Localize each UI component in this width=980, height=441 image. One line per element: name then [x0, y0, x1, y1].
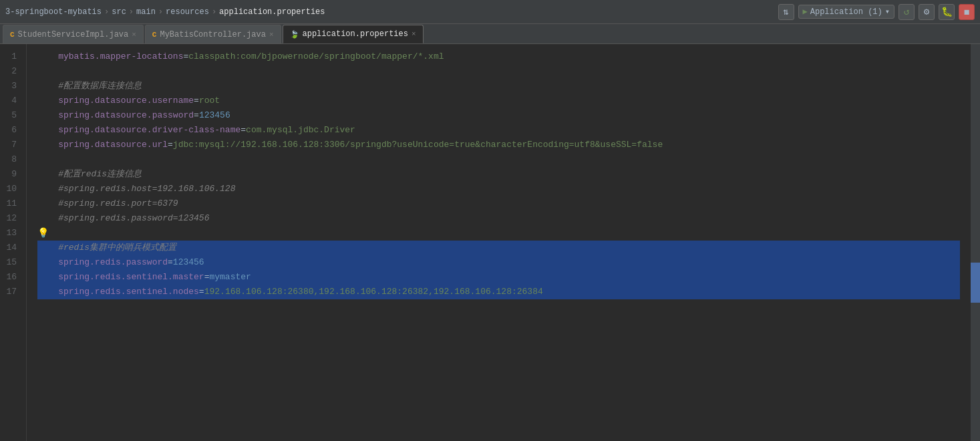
code-token: spring.datasource.url: [58, 138, 168, 152]
run-config-dropdown[interactable]: ▶ Application (1) ▾: [798, 5, 895, 19]
line-number-3: 3: [0, 79, 21, 94]
tab-close-1[interactable]: ×: [132, 31, 136, 39]
tab-mybatis-controller[interactable]: C MyBatisController.java ×: [145, 25, 281, 43]
code-token: spring.redis.sentinel.master: [58, 270, 204, 285]
breadcrumb-sep-3: ›: [158, 7, 163, 17]
scrollbar-selection-highlight: [971, 263, 980, 303]
code-line-12[interactable]: #spring.redis.password=123456: [37, 211, 960, 226]
code-token: #配置redis连接信息: [58, 167, 142, 182]
run-config-label: Application (1): [810, 7, 882, 17]
code-token: classpath:com/bjpowernode/springboot/map…: [188, 49, 444, 64]
tab-student-service[interactable]: C StudentServiceImpl.java ×: [3, 25, 144, 43]
hint-bulb-icon: 💡: [37, 226, 49, 241]
line-number-14: 14: [0, 241, 21, 255]
line-number-2: 2: [0, 64, 21, 79]
code-token: #spring.redis.host=192.168.106.128: [58, 182, 235, 196]
code-token: 123456: [173, 255, 204, 270]
code-line-6[interactable]: spring.datasource.driver-class-name=com.…: [37, 123, 960, 138]
tab-close-3[interactable]: ×: [412, 30, 416, 38]
run-config-chevron: ▾: [885, 7, 890, 17]
code-line-8[interactable]: [37, 152, 960, 167]
line-number-11: 11: [0, 196, 21, 211]
code-token: =: [168, 138, 173, 152]
code-token: =: [240, 123, 246, 138]
code-line-10[interactable]: #spring.redis.host=192.168.106.128: [37, 182, 960, 196]
code-token: mymaster: [209, 270, 251, 285]
code-area[interactable]: mybatis.mapper-locations=classpath:com/b…: [27, 44, 971, 441]
code-line-13[interactable]: 💡: [37, 226, 960, 241]
code-token: spring.redis.sentinel.nodes: [58, 285, 199, 299]
breadcrumb-resources[interactable]: resources: [166, 7, 209, 17]
code-line-4[interactable]: spring.datasource.username=root: [37, 94, 960, 108]
code-line-7[interactable]: spring.datasource.url=jdbc:mysql://192.1…: [37, 138, 960, 152]
top-bar: 3-springboot-mybatis › src › main › reso…: [0, 0, 980, 24]
tab-application-props[interactable]: 🍃 application.properties ×: [283, 25, 424, 43]
code-line-17[interactable]: spring.redis.sentinel.nodes=192.168.106.…: [37, 285, 960, 299]
breadcrumb-file[interactable]: application.properties: [219, 7, 325, 17]
tab-student-service-label: StudentServiceImpl.java: [18, 30, 129, 39]
line-number-12: 12: [0, 211, 21, 226]
line-numbers: 1234567891011121314151617: [0, 44, 27, 441]
line-number-1: 1: [0, 49, 21, 64]
sort-button[interactable]: ⇅: [778, 4, 794, 20]
tab-application-props-label: application.properties: [303, 29, 408, 39]
breadcrumb-sep-1: ›: [104, 7, 109, 17]
code-line-2[interactable]: [37, 64, 960, 79]
java-icon-1: C: [10, 31, 15, 39]
code-token: #spring.redis.password=123456: [58, 211, 209, 226]
code-token: #配置数据库连接信息: [58, 79, 142, 94]
code-token: 123456: [199, 108, 230, 123]
code-line-3[interactable]: #配置数据库连接信息: [37, 79, 960, 94]
code-line-9[interactable]: #配置redis连接信息: [37, 167, 960, 182]
code-line-1[interactable]: mybatis.mapper-locations=classpath:com/b…: [37, 49, 960, 64]
run-config-icon: ▶: [803, 7, 808, 17]
code-line-5[interactable]: spring.datasource.password=123456: [37, 108, 960, 123]
line-number-15: 15: [0, 255, 21, 270]
java-icon-2: C: [152, 31, 157, 39]
breadcrumb-project[interactable]: 3-springboot-mybatis: [5, 7, 102, 17]
rerun-button[interactable]: ↺: [899, 4, 915, 20]
code-token: =: [183, 49, 188, 64]
code-token: =: [199, 285, 204, 299]
code-line-14[interactable]: #redis集群中的哨兵模式配置: [37, 241, 960, 255]
breadcrumb: 3-springboot-mybatis › src › main › reso…: [5, 7, 325, 17]
code-line-16[interactable]: spring.redis.sentinel.master=mymaster: [37, 270, 960, 285]
code-token: 192.168.106.128:26380,192.168.106.128:26…: [204, 285, 543, 299]
debug-button[interactable]: 🐛: [939, 4, 955, 20]
code-token: com.mysql.jdbc.Driver: [246, 123, 355, 138]
line-number-17: 17: [0, 285, 21, 299]
props-icon: 🍃: [290, 30, 299, 39]
breadcrumb-sep-4: ›: [212, 7, 216, 17]
editor: 1234567891011121314151617 mybatis.mapper…: [0, 44, 980, 441]
code-token: #redis集群中的哨兵模式配置: [58, 241, 176, 255]
code-token: =: [168, 255, 173, 270]
line-number-13: 13: [0, 226, 21, 241]
code-token: mybatis.mapper-locations: [58, 49, 183, 64]
breadcrumb-src[interactable]: src: [112, 7, 126, 17]
line-number-7: 7: [0, 138, 21, 152]
tab-mybatis-controller-label: MyBatisController.java: [160, 30, 265, 39]
code-line-15[interactable]: spring.redis.password=123456: [37, 255, 960, 270]
code-token: spring.datasource.driver-class-name: [58, 123, 240, 138]
code-token: =: [204, 270, 210, 285]
code-token: #spring.redis.port=6379: [58, 196, 178, 211]
line-number-16: 16: [0, 270, 21, 285]
code-token: jdbc:mysql://192.168.106.128:3306/spring…: [173, 138, 663, 152]
tab-close-2[interactable]: ×: [269, 31, 274, 39]
tab-bar: C StudentServiceImpl.java × C MyBatisCon…: [0, 24, 980, 44]
code-token: root: [199, 94, 220, 108]
right-scrollbar[interactable]: [971, 44, 980, 441]
code-token: spring.datasource.username: [58, 94, 194, 108]
breadcrumb-main[interactable]: main: [136, 7, 156, 17]
line-number-9: 9: [0, 167, 21, 182]
code-token: =: [194, 94, 199, 108]
line-number-6: 6: [0, 123, 21, 138]
code-token: spring.datasource.password: [58, 108, 194, 123]
toolbar-right: ⇅ ▶ Application (1) ▾ ↺ ⚙ 🐛 ◼: [778, 4, 975, 20]
code-line-11[interactable]: #spring.redis.port=6379: [37, 196, 960, 211]
stop-button[interactable]: ◼: [959, 4, 975, 20]
line-number-10: 10: [0, 182, 21, 196]
line-number-4: 4: [0, 94, 21, 108]
build-button[interactable]: ⚙: [919, 4, 935, 20]
code-token: spring.redis.password: [58, 255, 168, 270]
